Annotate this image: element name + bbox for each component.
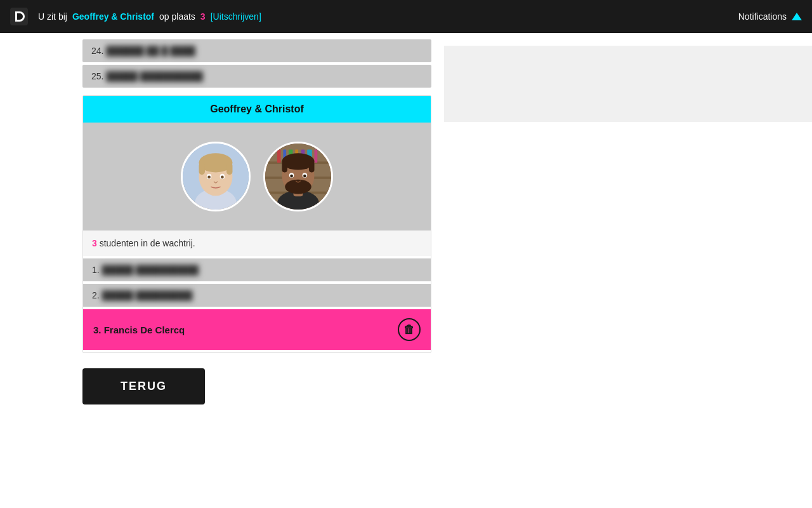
queue-name-1: █████ ██████████ [102,265,199,275]
queue-name: Geoffrey & Christof [72,11,154,22]
card-avatars [83,123,431,231]
unsubscribe-link[interactable]: [Uitschrijven] [211,11,261,22]
svg-rect-7 [226,163,232,175]
logo-icon [10,8,28,25]
svg-rect-27 [282,161,287,172]
queue-row-3-active: 3. Francis De Clercq 🗑 [83,309,431,350]
header-left: U zit bij Geoffrey & Christof op plaats … [10,8,261,25]
position-number: 3 [200,11,206,22]
triangle-up-icon [792,13,802,20]
back-button[interactable]: TERUG [82,368,205,404]
svg-point-10 [207,176,211,179]
queue-info: 3 studenten in de wachtrij. [83,231,431,256]
queue-name-2: █████ █████████ [102,290,193,300]
queue-count: 3 [92,238,97,248]
main-content: 24. ██████ ██ █ ████ 25. █████ █████████… [0,33,812,430]
notifications-button[interactable]: Notifications [738,11,802,22]
item-number: 24. [91,46,103,56]
queue-position: 1. [92,265,100,275]
list-item: 25. █████ ██████████ [82,65,431,88]
queue-position: 2. [92,290,100,300]
svg-rect-28 [309,161,315,172]
prefix-text: U zit bij [38,11,67,22]
svg-rect-16 [277,149,281,163]
trash-icon: 🗑 [403,323,415,337]
svg-point-11 [221,176,224,179]
svg-rect-6 [199,163,205,175]
queue-row-2: 2. █████ █████████ [83,284,431,307]
header: U zit bij Geoffrey & Christof op plaats … [0,0,812,33]
avatar-2 [263,142,333,211]
notifications-label: Notifications [738,11,787,22]
avatar-1 [181,142,251,211]
svg-point-29 [285,180,311,194]
card-title: Geoffrey & Christof [83,96,431,123]
active-queue-label: 3. Francis De Clercq [93,324,185,335]
svg-point-33 [303,175,306,178]
queue-row-1: 1. █████ ██████████ [83,258,431,281]
queue-text: studenten in de wachtrij. [100,238,195,248]
item-name: █████ ██████████ [106,71,203,81]
item-number: 25. [91,71,103,81]
svg-rect-22 [315,149,318,163]
list-item: 24. ██████ ██ █ ████ [82,39,431,62]
queue-card: Geoffrey & Christof [82,95,431,353]
item-name: ██████ ██ █ ████ [106,46,195,56]
middle-text: op plaats [159,11,195,22]
left-panel: 24. ██████ ██ █ ████ 25. █████ █████████… [0,33,444,430]
delete-button[interactable]: 🗑 [398,318,421,341]
svg-point-32 [290,175,293,178]
right-panel [444,46,812,122]
